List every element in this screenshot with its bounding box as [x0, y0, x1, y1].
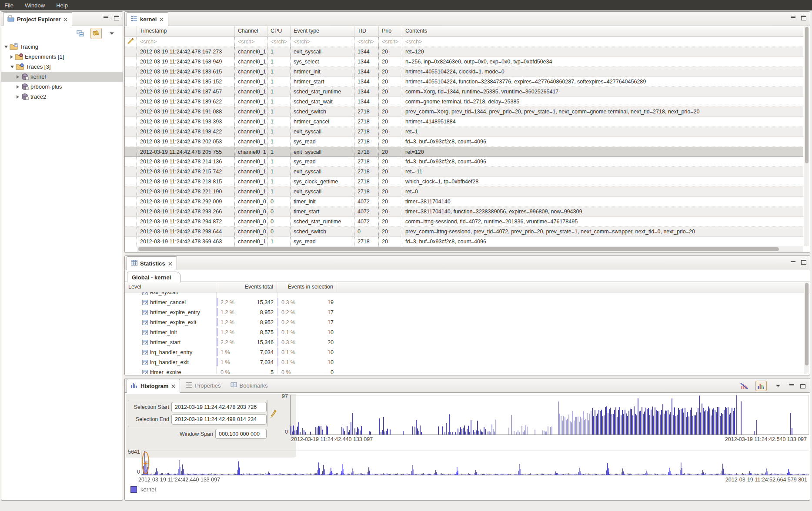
tab-kernel-events[interactable]: kernel: [127, 12, 168, 26]
event-row[interactable]: 2012-03-19 11:24:42.478 189 622channel0_…: [125, 97, 803, 107]
tree-item-kernel[interactable]: kernel: [1, 72, 123, 82]
tree-item-trace2[interactable]: trace2: [1, 92, 123, 102]
search-field-event_type[interactable]: <srch>: [291, 37, 354, 46]
close-icon[interactable]: [168, 262, 172, 265]
maximize-icon[interactable]: [114, 16, 119, 20]
menu-help[interactable]: Help: [56, 2, 68, 9]
link-with-editor-button[interactable]: [90, 28, 102, 39]
scrollbar-thumb[interactable]: [805, 27, 809, 163]
event-row[interactable]: 2012-03-19 11:24:42.478 193 393channel0_…: [125, 117, 803, 127]
column-header-event_type[interactable]: Event type: [291, 26, 354, 36]
column-header-contents[interactable]: Contents: [402, 26, 803, 36]
tab-histogram[interactable]: Histogram: [127, 379, 180, 393]
minimize-icon[interactable]: [791, 16, 796, 20]
search-field-cpu[interactable]: <srch>: [267, 37, 291, 46]
column-header-timestamp[interactable]: Timestamp: [137, 26, 235, 36]
event-row[interactable]: 2012-03-19 11:24:42.478 187 457channel0_…: [125, 87, 803, 97]
event-row[interactable]: 2012-03-19 11:24:42.478 185 152channel0_…: [125, 77, 803, 87]
minimize-icon[interactable]: [104, 16, 109, 20]
minimize-icon[interactable]: [789, 384, 795, 388]
statistics-row[interactable]: hrtimer_start2.2 %15,3460.3 %20: [125, 337, 803, 347]
column-header-cpu[interactable]: CPU: [267, 26, 291, 36]
event-row[interactable]: 2012-03-19 11:24:42.478 221 190channel0_…: [125, 187, 803, 197]
scrollbar-thumb[interactable]: [805, 283, 809, 365]
statistics-row[interactable]: itimer_expire0 %50 %0: [125, 367, 803, 374]
hide-lost-events-button[interactable]: [738, 381, 750, 391]
tab-project-explorer[interactable]: Project Explorer: [3, 12, 72, 26]
statistics-row[interactable]: exit_syscall: [125, 292, 803, 297]
collapse-all-button[interactable]: [75, 28, 86, 39]
collapsed-arrow-icon[interactable]: [10, 55, 13, 59]
statistics-row[interactable]: irq_handler_entry1 %7,0340.1 %10: [125, 347, 803, 357]
event-row[interactable]: 2012-03-19 11:24:42.478 369 463channel0_…: [125, 237, 803, 246]
event-row[interactable]: 2012-03-19 11:24:42.478 191 088channel0_…: [125, 107, 803, 117]
event-row[interactable]: 2012-03-19 11:24:42.478 198 422channel0_…: [125, 127, 803, 137]
show-traces-button[interactable]: [755, 381, 767, 391]
events-vertical-scrollbar[interactable]: [804, 26, 809, 246]
event-row[interactable]: 2012-03-19 11:24:42.478 292 009channel0_…: [125, 197, 803, 207]
statistics-vertical-scrollbar[interactable]: [804, 282, 809, 374]
full-range-histogram-canvas[interactable]: [141, 451, 809, 475]
collapsed-arrow-icon[interactable]: [17, 85, 19, 89]
column-header-tid[interactable]: TID: [354, 26, 379, 36]
event-row[interactable]: 2012-03-19 11:24:42.478 214 136channel0_…: [125, 157, 803, 167]
event-row[interactable]: 2012-03-19 11:24:42.478 294 872channel0_…: [125, 217, 803, 227]
event-row[interactable]: 2012-03-19 11:24:42.478 168 949channel0_…: [125, 57, 803, 67]
search-field-timestamp[interactable]: <srch>: [137, 37, 235, 46]
tree-item-experiments-1[interactable]: Experiments [1]: [1, 52, 123, 62]
maximize-icon[interactable]: [800, 384, 805, 388]
menu-window[interactable]: Window: [25, 2, 45, 9]
search-field-prio[interactable]: <srch>: [379, 37, 402, 46]
column-header-level[interactable]: Level: [125, 282, 216, 292]
close-icon[interactable]: [64, 17, 68, 21]
column-header-events-in-selection[interactable]: Events in selection: [277, 282, 337, 292]
events-horizontal-scrollbar[interactable]: [137, 246, 803, 252]
event-row[interactable]: 2012-03-19 11:24:42.478 218 815channel0_…: [125, 177, 803, 187]
expanded-arrow-icon[interactable]: [4, 46, 8, 48]
minimize-icon[interactable]: [791, 260, 796, 265]
tree-item-prboom-plus[interactable]: prboom-plus: [1, 82, 123, 92]
column-header-prio[interactable]: Prio: [379, 26, 402, 36]
tab-properties[interactable]: Properties: [182, 378, 224, 392]
collapsed-arrow-icon[interactable]: [17, 75, 19, 79]
close-icon[interactable]: [160, 17, 164, 21]
selection-range-marker[interactable]: [142, 451, 149, 474]
subtab-global-kernel[interactable]: Global - kernel: [127, 272, 181, 282]
window-span-input[interactable]: 000.100 000 000: [215, 429, 267, 439]
event-row[interactable]: 2012-03-19 11:24:42.478 205 755channel0_…: [125, 147, 803, 157]
lock-selection-icon[interactable]: [270, 409, 277, 419]
tab-statistics[interactable]: Statistics: [127, 256, 177, 270]
view-menu-button[interactable]: [772, 381, 784, 391]
column-header-events-total[interactable]: Events total: [216, 282, 277, 292]
scrollbar-thumb[interactable]: [138, 247, 779, 251]
statistics-row[interactable]: hrtimer_cancel2.2 %15,3420.3 %19: [125, 297, 803, 307]
close-icon[interactable]: [171, 384, 175, 388]
tab-bookmarks[interactable]: Bookmarks: [227, 378, 272, 392]
maximize-icon[interactable]: [801, 260, 806, 265]
tree-item-traces-3[interactable]: Traces [3]: [1, 62, 123, 72]
search-field-tid[interactable]: <srch>: [354, 37, 379, 46]
statistics-row[interactable]: hrtimer_expire_exit1.2 %8,9520.2 %17: [125, 317, 803, 327]
statistics-row[interactable]: hrtimer_expire_entry1.2 %8,9520.2 %17: [125, 307, 803, 317]
window-histogram-canvas[interactable]: [291, 395, 809, 435]
event-row[interactable]: 2012-03-19 11:24:42.478 183 615channel0_…: [125, 67, 803, 77]
statistics-row[interactable]: irq_handler_exit1 %7,0340.1 %10: [125, 357, 803, 367]
event-row[interactable]: 2012-03-19 11:24:42.478 202 053channel0_…: [125, 137, 803, 147]
statistics-row[interactable]: hrtimer_init1.2 %8,5750.1 %10: [125, 327, 803, 337]
event-row[interactable]: 2012-03-19 11:24:42.478 293 266channel0_…: [125, 207, 803, 217]
search-field-channel[interactable]: <srch>: [235, 37, 267, 46]
maximize-icon[interactable]: [801, 16, 806, 20]
event-row[interactable]: 2012-03-19 11:24:42.478 167 273channel0_…: [125, 47, 803, 57]
search-field-contents[interactable]: <srch>: [402, 37, 803, 46]
menu-file[interactable]: File: [4, 2, 13, 9]
selection-start-input[interactable]: 2012-03-19 11:24:42.478 203 726: [171, 402, 267, 412]
events-search-row[interactable]: <srch><srch><srch><srch><srch><srch><src…: [125, 37, 803, 47]
selection-end-input[interactable]: 2012-03-19 11:24:42.498 014 234: [171, 414, 267, 425]
tree-item-tracing[interactable]: TTracing: [1, 42, 123, 52]
collapsed-arrow-icon[interactable]: [17, 95, 19, 99]
column-header-channel[interactable]: Channel: [235, 26, 267, 36]
event-row[interactable]: 2012-03-19 11:24:42.478 215 742channel0_…: [125, 167, 803, 177]
view-menu-button[interactable]: [106, 28, 117, 39]
expanded-arrow-icon[interactable]: [10, 66, 14, 68]
event-row[interactable]: 2012-03-19 11:24:42.478 298 644channel0_…: [125, 227, 803, 237]
